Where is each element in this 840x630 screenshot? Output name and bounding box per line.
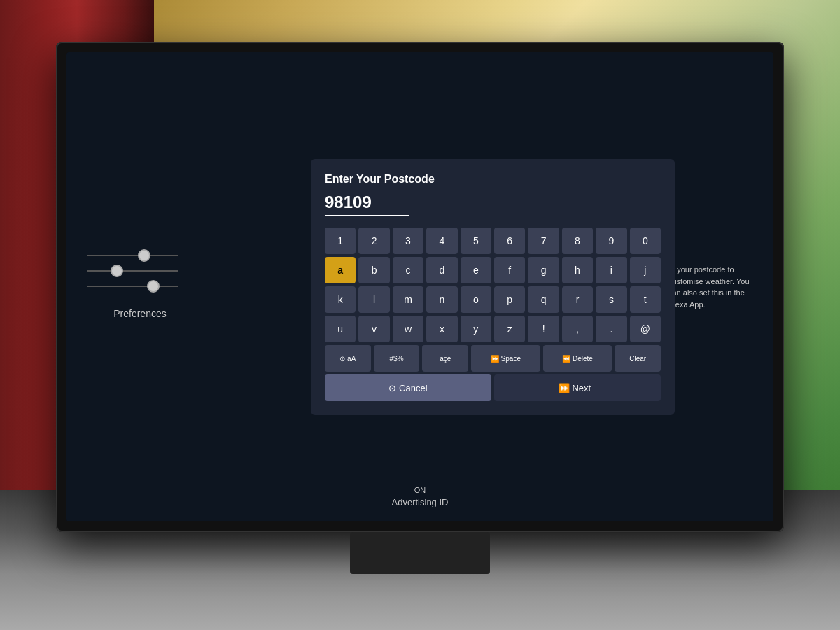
slider-line-1 (88, 255, 178, 256)
action-row: ⊙ Cancel ⏩ Next (325, 374, 661, 401)
dialog-title: Enter Your Postcode (325, 173, 661, 186)
tv-screen: Preferences Enter Your Postcode 98109 1 … (66, 52, 774, 522)
key-7[interactable]: 7 (528, 227, 559, 254)
key-9[interactable]: 9 (596, 227, 626, 254)
key-t[interactable]: t (630, 286, 661, 313)
slider-knob-1 (138, 249, 150, 262)
key-8[interactable]: 8 (562, 227, 593, 254)
on-label: ON (392, 486, 449, 494)
slider-knob-2 (111, 265, 123, 277)
key-p[interactable]: p (494, 286, 525, 313)
key-w[interactable]: w (393, 316, 424, 342)
key-u[interactable]: u (325, 316, 356, 342)
key-r[interactable]: r (562, 286, 593, 313)
key-b[interactable]: b (358, 257, 389, 284)
key-z[interactable]: z (494, 316, 525, 342)
key-3[interactable]: 3 (393, 227, 424, 254)
key-2[interactable]: 2 (358, 227, 389, 254)
key-y[interactable]: y (461, 316, 491, 342)
screen-content: Preferences Enter Your Postcode 98109 1 … (66, 52, 774, 522)
letters-row-1: a b c d e f g h i j (325, 257, 661, 284)
key-v[interactable]: v (358, 316, 389, 342)
slider-1[interactable] (88, 255, 192, 256)
postcode-input[interactable]: 98109 (325, 192, 409, 216)
accents-key[interactable]: äçé (422, 345, 468, 372)
key-h[interactable]: h (562, 257, 593, 284)
slider-2[interactable] (88, 270, 192, 272)
clear-key[interactable]: Clear (615, 345, 661, 372)
info-text: et your postcode to customise weather. Y… (668, 264, 760, 310)
delete-key[interactable]: ⏪ Delete (543, 345, 612, 372)
key-1[interactable]: 1 (325, 227, 356, 254)
key-a[interactable]: a (325, 257, 356, 284)
screen-bottom: ON Advertising ID (392, 486, 449, 507)
key-4[interactable]: 4 (426, 227, 457, 254)
function-row: ⊙ aA #$% äçé ⏩ Space ⏪ Delete Clear (325, 345, 661, 372)
key-q[interactable]: q (528, 286, 559, 313)
letters-row-2: k l m n o p q r s t (325, 286, 661, 313)
symbols-key[interactable]: #$% (374, 345, 420, 372)
key-l[interactable]: l (358, 286, 389, 313)
slider-line-3 (88, 286, 178, 287)
key-5[interactable]: 5 (461, 227, 491, 254)
tv-body: Preferences Enter Your Postcode 98109 1 … (56, 42, 784, 532)
key-m[interactable]: m (393, 286, 424, 313)
key-c[interactable]: c (393, 257, 424, 284)
slider-3[interactable] (88, 286, 192, 287)
key-f[interactable]: f (494, 257, 525, 284)
key-n[interactable]: n (426, 286, 457, 313)
tv-stand (350, 532, 490, 574)
info-text-content: et your postcode to customise weather. Y… (668, 265, 750, 309)
key-i[interactable]: i (596, 257, 626, 284)
key-0[interactable]: 0 (630, 227, 661, 254)
keyboard-dialog: Enter Your Postcode 98109 1 2 3 4 5 6 7 … (311, 159, 675, 415)
key-g[interactable]: g (528, 257, 559, 284)
slider-line-2 (88, 270, 178, 272)
space-key[interactable]: ⏩ Space (471, 345, 540, 372)
key-s[interactable]: s (596, 286, 626, 313)
key-x[interactable]: x (426, 316, 457, 342)
key-period[interactable]: . (596, 316, 626, 342)
key-k[interactable]: k (325, 286, 356, 313)
key-comma[interactable]: , (562, 316, 593, 342)
preferences-label: Preferences (113, 308, 166, 319)
cancel-key[interactable]: ⊙ Cancel (325, 374, 491, 401)
key-o[interactable]: o (461, 286, 491, 313)
key-exclaim[interactable]: ! (528, 316, 559, 342)
number-row: 1 2 3 4 5 6 7 8 9 0 (325, 227, 661, 254)
key-j[interactable]: j (630, 257, 661, 284)
key-at[interactable]: @ (630, 316, 661, 342)
advertising-id-label: Advertising ID (392, 497, 449, 507)
next-key[interactable]: ⏩ Next (494, 374, 661, 401)
slider-knob-3 (147, 280, 160, 293)
letters-row-3: u v w x y z ! , . @ (325, 316, 661, 342)
key-e[interactable]: e (461, 257, 491, 284)
preferences-panel: Preferences (88, 255, 192, 319)
toggle-case-key[interactable]: ⊙ aA (325, 345, 371, 372)
key-6[interactable]: 6 (494, 227, 525, 254)
key-d[interactable]: d (426, 257, 457, 284)
